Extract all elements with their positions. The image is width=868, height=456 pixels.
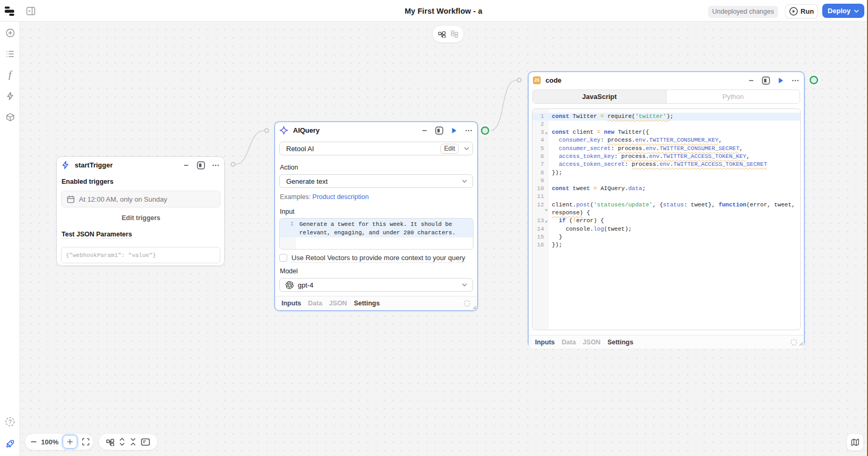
- svg-text:?: ?: [8, 419, 12, 425]
